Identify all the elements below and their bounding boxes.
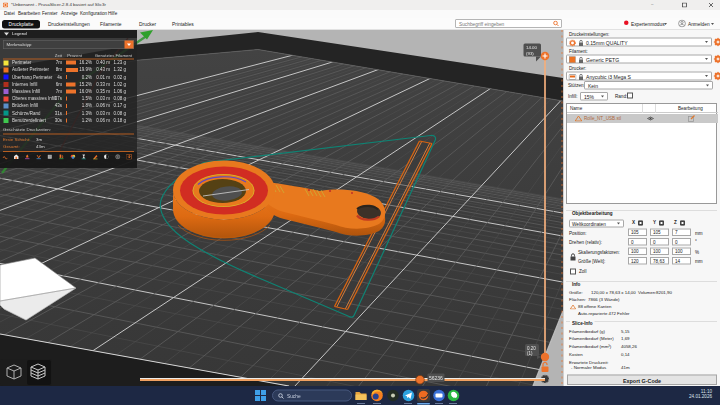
svg-text:56236: 56236: [429, 375, 443, 381]
svg-text:0.20: 0.20: [527, 346, 536, 351]
svg-text:14.00: 14.00: [526, 45, 538, 50]
svg-text:(93): (93): [526, 51, 534, 56]
svg-text:(1): (1): [527, 351, 533, 356]
